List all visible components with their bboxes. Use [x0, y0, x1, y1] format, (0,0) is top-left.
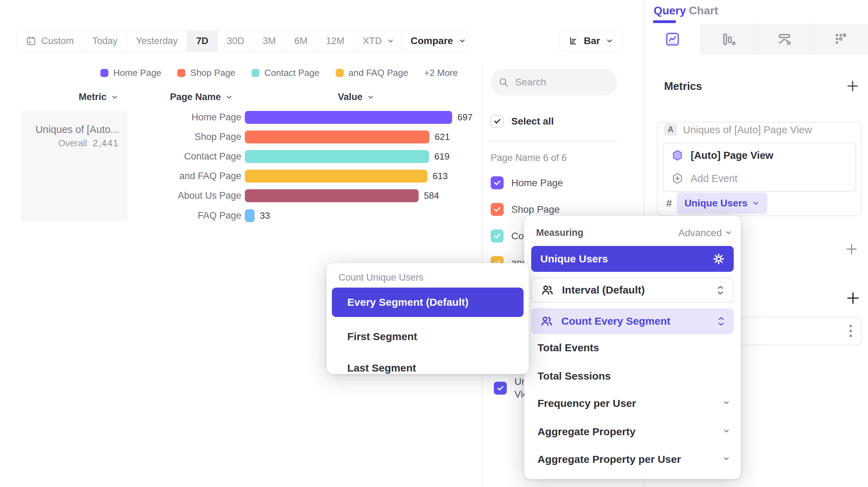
measuring-option-total-events[interactable]: Total Events [538, 342, 599, 354]
chart-type-label: Bar [584, 35, 600, 47]
count-unique-users-popup: Count Unique Users Every Segment (Defaul… [327, 263, 529, 374]
count-every-segment-selector[interactable]: Count Every Segment [531, 308, 734, 334]
measuring-option-frequency-per-user[interactable]: Frequency per User [538, 397, 636, 409]
legend-item[interactable]: Shop Page [177, 68, 235, 78]
advanced-toggle[interactable]: Advanced [678, 227, 722, 239]
bar-value: 584 [424, 190, 439, 201]
add-event-row[interactable]: Add Event [671, 172, 738, 185]
tab-insights[interactable] [645, 24, 700, 55]
chart-row: Shop Page 621 [161, 130, 450, 143]
metric-overall: Overall2,441 [24, 138, 119, 149]
add-event-hexagon-icon [671, 172, 684, 185]
legend-swatch [100, 69, 108, 77]
search-input[interactable] [515, 77, 599, 88]
check-icon [493, 205, 501, 213]
active-tab-underline [653, 20, 676, 23]
select-all-checkbox[interactable] [491, 115, 504, 128]
bar[interactable] [245, 209, 255, 222]
column-header-value[interactable]: Value [338, 92, 375, 103]
date-range-xtd[interactable]: XTD [354, 31, 404, 51]
date-range-3m[interactable]: 3M [253, 31, 285, 51]
bar[interactable] [245, 111, 452, 124]
tab-retention[interactable] [812, 24, 868, 55]
search-icon [498, 77, 509, 87]
tab-query[interactable]: Query [654, 4, 686, 17]
segment-option-last-segment[interactable]: Last Segment [347, 362, 416, 374]
measuring-option-total-sessions[interactable]: Total Sessions [538, 370, 611, 382]
chart-legend: Home Page Shop Page Contact Page and FAQ… [100, 68, 458, 78]
column-header-page-name[interactable]: Page Name [170, 92, 233, 103]
segment-option-every-segment[interactable]: Every Segment (Default) [332, 288, 524, 317]
column-header-metric[interactable]: Metric [79, 92, 119, 103]
bar-value: 621 [435, 132, 450, 142]
date-range-yesterday[interactable]: Yesterday [127, 31, 187, 51]
search-box[interactable] [491, 69, 617, 96]
chart-row: FAQ Page 33 [161, 209, 270, 222]
filter-item-truncated[interactable]: UniVie [494, 375, 529, 401]
bar-label: Home Page [161, 112, 241, 123]
select-all-row[interactable]: Select all [491, 115, 554, 128]
stepper-icon [718, 317, 725, 326]
flows-icon [776, 31, 792, 47]
chart-row: About Us Page 584 [161, 189, 439, 202]
filter-checkbox[interactable] [491, 176, 504, 189]
chevron-down-icon [458, 37, 466, 45]
add-filter-button[interactable] [845, 242, 859, 256]
filter-item[interactable]: Home Page [491, 176, 563, 189]
bar-label: and FAQ Page [161, 171, 241, 182]
chevron-down-icon [725, 229, 732, 237]
retention-icon [832, 31, 848, 47]
tab-funnels[interactable] [700, 24, 756, 55]
interval-selector[interactable]: Interval (Default) [531, 277, 734, 303]
tab-flows[interactable] [756, 24, 812, 55]
chart-row: and FAQ Page 613 [161, 169, 448, 183]
date-range-7d[interactable]: 7D [187, 31, 218, 51]
chevron-down-icon [723, 455, 730, 463]
measurement-pill[interactable]: Unique Users [677, 192, 767, 214]
check-icon [493, 232, 501, 240]
date-range-6m[interactable]: 6M [285, 31, 317, 51]
add-breakdown-button[interactable] [845, 290, 861, 306]
legend-item[interactable]: and FAQ Page [336, 68, 408, 78]
tab-chart[interactable]: Chart [689, 4, 718, 17]
measuring-option-aggregate-property[interactable]: Aggregate Property [538, 426, 635, 438]
check-icon [496, 384, 504, 392]
filter-checkbox[interactable] [494, 382, 507, 395]
number-type-icon: # [666, 198, 672, 209]
gear-icon[interactable] [713, 253, 725, 265]
measuring-option-unique-users[interactable]: Unique Users [531, 246, 734, 272]
bar[interactable] [245, 150, 429, 163]
legend-item[interactable]: Home Page [100, 68, 161, 78]
date-range-12m[interactable]: 12M [316, 31, 354, 51]
bar[interactable] [245, 130, 429, 143]
chart-row: Home Page 697 [161, 111, 472, 124]
bar[interactable] [245, 189, 419, 202]
funnels-icon [720, 31, 737, 47]
filter-checkbox[interactable] [491, 230, 504, 242]
filter-item[interactable]: Shop Page [491, 203, 560, 216]
metric-summary-card[interactable]: Uniques of [Auto... Overall2,441 [21, 111, 127, 221]
kebab-menu-icon[interactable] [849, 325, 852, 337]
date-range-today[interactable]: Today [83, 31, 127, 51]
calendar-icon [26, 36, 36, 46]
event-row[interactable]: [Auto] Page View [671, 149, 773, 162]
add-metric-button[interactable] [846, 79, 860, 93]
bar-value: 33 [260, 210, 270, 221]
chevron-down-icon [606, 37, 613, 45]
horizontal-bar-chart-icon [569, 35, 578, 47]
measuring-option-aggregate-property-per-user[interactable]: Aggregate Property per User [538, 453, 681, 465]
segment-option-first-segment[interactable]: First Segment [347, 331, 417, 343]
legend-more[interactable]: +2 More [424, 68, 458, 78]
metric-badge: A [664, 123, 677, 136]
users-icon [540, 315, 553, 327]
insights-icon [664, 31, 681, 47]
chevron-down-icon [225, 93, 233, 101]
compare-button[interactable]: Compare [401, 30, 468, 51]
date-range-30d[interactable]: 30D [218, 31, 254, 51]
bar[interactable] [245, 170, 427, 183]
date-range-custom[interactable]: Custom [17, 31, 83, 51]
stepper-icon [717, 285, 724, 295]
chart-type-button[interactable]: Bar [559, 30, 623, 51]
filter-checkbox[interactable] [491, 203, 504, 216]
legend-item[interactable]: Contact Page [251, 68, 320, 78]
